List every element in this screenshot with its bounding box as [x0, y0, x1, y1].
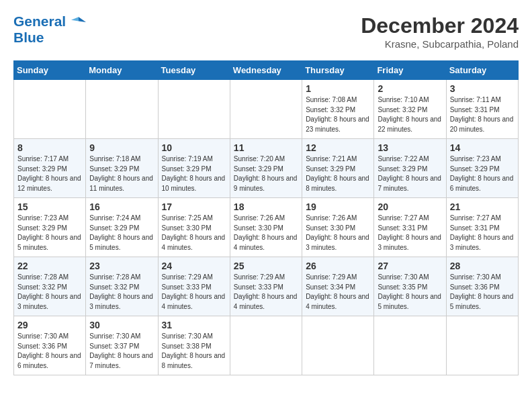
- weekday-header-row: Sunday Monday Tuesday Wednesday Thursday…: [14, 61, 519, 80]
- day-info: Sunrise: 7:30 AM Sunset: 3:37 PM Dayligh…: [89, 332, 154, 371]
- day-number: 23: [89, 261, 154, 271]
- day-number: 29: [17, 320, 82, 330]
- day-info: Sunrise: 7:21 AM Sunset: 3:29 PM Dayligh…: [306, 154, 370, 193]
- calendar-week-row: 8 Sunrise: 7:17 AM Sunset: 3:29 PM Dayli…: [14, 139, 519, 198]
- day-number: 11: [234, 142, 298, 153]
- calendar-day-cell: 14 Sunrise: 7:23 AM Sunset: 3:29 PM Dayl…: [446, 139, 518, 198]
- calendar-title-area: December 2024 Krasne, Subcarpathia, Pola…: [361, 13, 519, 50]
- day-info: Sunrise: 7:24 AM Sunset: 3:29 PM Dayligh…: [89, 214, 154, 253]
- day-number: 16: [89, 201, 154, 212]
- calendar-table: Sunday Monday Tuesday Wednesday Thursday…: [13, 60, 519, 375]
- day-number: 20: [378, 201, 442, 212]
- day-info: Sunrise: 7:27 AM Sunset: 3:31 PM Dayligh…: [450, 214, 515, 253]
- calendar-day-cell: 18 Sunrise: 7:26 AM Sunset: 3:30 PM Dayl…: [230, 198, 302, 257]
- calendar-day-cell: [158, 80, 230, 139]
- calendar-week-row: 15 Sunrise: 7:23 AM Sunset: 3:29 PM Dayl…: [14, 198, 519, 257]
- day-info: Sunrise: 7:19 AM Sunset: 3:29 PM Dayligh…: [162, 154, 226, 193]
- logo: General Blue: [13, 13, 86, 46]
- calendar-day-cell: 17 Sunrise: 7:25 AM Sunset: 3:30 PM Dayl…: [158, 198, 230, 257]
- calendar-day-cell: [374, 316, 446, 375]
- day-info: Sunrise: 7:18 AM Sunset: 3:29 PM Dayligh…: [89, 154, 154, 193]
- day-number: 17: [162, 201, 226, 212]
- day-info: Sunrise: 7:22 AM Sunset: 3:29 PM Dayligh…: [378, 154, 442, 193]
- day-number: 1: [306, 83, 370, 94]
- header-monday: Monday: [86, 61, 158, 80]
- day-info: Sunrise: 7:30 AM Sunset: 3:35 PM Dayligh…: [378, 273, 442, 312]
- day-number: 27: [378, 261, 442, 271]
- logo-blue: Blue: [13, 30, 86, 45]
- calendar-day-cell: [302, 316, 374, 375]
- day-info: Sunrise: 7:30 AM Sunset: 3:36 PM Dayligh…: [17, 332, 82, 371]
- day-info: Sunrise: 7:29 AM Sunset: 3:34 PM Dayligh…: [306, 273, 370, 312]
- logo-general: General: [13, 13, 66, 29]
- calendar-day-cell: 19 Sunrise: 7:26 AM Sunset: 3:30 PM Dayl…: [302, 198, 374, 257]
- header-tuesday: Tuesday: [158, 61, 230, 80]
- day-info: Sunrise: 7:10 AM Sunset: 3:32 PM Dayligh…: [378, 95, 442, 134]
- day-info: Sunrise: 7:30 AM Sunset: 3:36 PM Dayligh…: [450, 273, 515, 312]
- calendar-day-cell: 15 Sunrise: 7:23 AM Sunset: 3:29 PM Dayl…: [14, 198, 86, 257]
- calendar-day-cell: [14, 80, 86, 139]
- calendar-day-cell: 30 Sunrise: 7:30 AM Sunset: 3:37 PM Dayl…: [86, 316, 158, 375]
- calendar-day-cell: 27 Sunrise: 7:30 AM Sunset: 3:35 PM Dayl…: [374, 257, 446, 316]
- day-info: Sunrise: 7:29 AM Sunset: 3:33 PM Dayligh…: [234, 273, 298, 312]
- day-number: 9: [89, 142, 154, 153]
- calendar-day-cell: 20 Sunrise: 7:27 AM Sunset: 3:31 PM Dayl…: [374, 198, 446, 257]
- day-info: Sunrise: 7:28 AM Sunset: 3:32 PM Dayligh…: [17, 273, 82, 312]
- day-info: Sunrise: 7:27 AM Sunset: 3:31 PM Dayligh…: [378, 214, 442, 253]
- day-number: 12: [306, 142, 370, 153]
- day-number: 21: [450, 201, 515, 212]
- calendar-day-cell: 26 Sunrise: 7:29 AM Sunset: 3:34 PM Dayl…: [302, 257, 374, 316]
- day-number: 31: [162, 320, 226, 330]
- day-info: Sunrise: 7:25 AM Sunset: 3:30 PM Dayligh…: [162, 214, 226, 253]
- calendar-day-cell: [446, 316, 518, 375]
- day-number: 22: [17, 261, 82, 271]
- header-wednesday: Wednesday: [230, 61, 302, 80]
- svg-marker-0: [79, 17, 86, 23]
- header-saturday: Saturday: [446, 61, 518, 80]
- day-number: 2: [378, 83, 442, 94]
- calendar-day-cell: 21 Sunrise: 7:27 AM Sunset: 3:31 PM Dayl…: [446, 198, 518, 257]
- day-number: 18: [234, 201, 298, 212]
- day-info: Sunrise: 7:11 AM Sunset: 3:31 PM Dayligh…: [450, 95, 515, 134]
- day-number: 3: [450, 83, 515, 94]
- day-info: Sunrise: 7:08 AM Sunset: 3:32 PM Dayligh…: [306, 95, 370, 134]
- day-number: 25: [234, 261, 298, 271]
- day-number: 24: [162, 261, 226, 271]
- day-info: Sunrise: 7:26 AM Sunset: 3:30 PM Dayligh…: [306, 214, 370, 253]
- day-info: Sunrise: 7:30 AM Sunset: 3:38 PM Dayligh…: [162, 332, 226, 371]
- calendar-day-cell: 13 Sunrise: 7:22 AM Sunset: 3:29 PM Dayl…: [374, 139, 446, 198]
- calendar-day-cell: 11 Sunrise: 7:20 AM Sunset: 3:29 PM Dayl…: [230, 139, 302, 198]
- day-number: 28: [450, 261, 515, 271]
- day-number: 14: [450, 142, 515, 153]
- calendar-day-cell: 16 Sunrise: 7:24 AM Sunset: 3:29 PM Dayl…: [86, 198, 158, 257]
- calendar-day-cell: 28 Sunrise: 7:30 AM Sunset: 3:36 PM Dayl…: [446, 257, 518, 316]
- calendar-day-cell: 9 Sunrise: 7:18 AM Sunset: 3:29 PM Dayli…: [86, 139, 158, 198]
- day-info: Sunrise: 7:17 AM Sunset: 3:29 PM Dayligh…: [17, 154, 82, 193]
- day-info: Sunrise: 7:28 AM Sunset: 3:32 PM Dayligh…: [89, 273, 154, 312]
- day-number: 13: [378, 142, 442, 153]
- calendar-day-cell: [230, 80, 302, 139]
- calendar-week-row: 29 Sunrise: 7:30 AM Sunset: 3:36 PM Dayl…: [14, 316, 519, 375]
- calendar-week-row: 1 Sunrise: 7:08 AM Sunset: 3:32 PM Dayli…: [14, 80, 519, 139]
- calendar-day-cell: 23 Sunrise: 7:28 AM Sunset: 3:32 PM Dayl…: [86, 257, 158, 316]
- calendar-day-cell: 29 Sunrise: 7:30 AM Sunset: 3:36 PM Dayl…: [14, 316, 86, 375]
- calendar-day-cell: 22 Sunrise: 7:28 AM Sunset: 3:32 PM Dayl…: [14, 257, 86, 316]
- header-thursday: Thursday: [302, 61, 374, 80]
- day-number: 8: [17, 142, 82, 153]
- svg-marker-1: [71, 17, 79, 21]
- calendar-day-cell: 25 Sunrise: 7:29 AM Sunset: 3:33 PM Dayl…: [230, 257, 302, 316]
- day-info: Sunrise: 7:29 AM Sunset: 3:33 PM Dayligh…: [162, 273, 226, 312]
- calendar-day-cell: 2 Sunrise: 7:10 AM Sunset: 3:32 PM Dayli…: [374, 80, 446, 139]
- day-info: Sunrise: 7:20 AM Sunset: 3:29 PM Dayligh…: [234, 154, 298, 193]
- calendar-week-row: 22 Sunrise: 7:28 AM Sunset: 3:32 PM Dayl…: [14, 257, 519, 316]
- calendar-day-cell: [86, 80, 158, 139]
- location-title: Krasne, Subcarpathia, Poland: [361, 38, 519, 50]
- calendar-day-cell: 10 Sunrise: 7:19 AM Sunset: 3:29 PM Dayl…: [158, 139, 230, 198]
- header-sunday: Sunday: [14, 61, 86, 80]
- day-info: Sunrise: 7:23 AM Sunset: 3:29 PM Dayligh…: [17, 214, 82, 253]
- calendar-day-cell: 24 Sunrise: 7:29 AM Sunset: 3:33 PM Dayl…: [158, 257, 230, 316]
- calendar-day-cell: 12 Sunrise: 7:21 AM Sunset: 3:29 PM Dayl…: [302, 139, 374, 198]
- day-number: 10: [162, 142, 226, 153]
- day-number: 19: [306, 201, 370, 212]
- day-info: Sunrise: 7:23 AM Sunset: 3:29 PM Dayligh…: [450, 154, 515, 193]
